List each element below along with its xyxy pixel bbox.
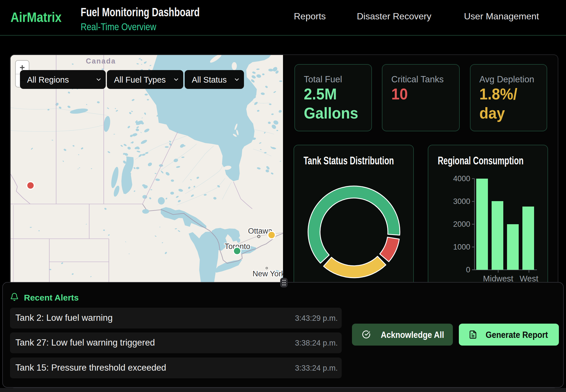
svg-text:2000: 2000 — [453, 220, 470, 228]
svg-text:Canada: Canada — [86, 57, 116, 65]
svg-text:0: 0 — [466, 266, 470, 274]
svg-text:New York: New York — [253, 270, 283, 278]
svg-text:3000: 3000 — [453, 197, 470, 206]
svg-text:4000: 4000 — [453, 174, 470, 183]
svg-text:1000: 1000 — [453, 243, 470, 251]
